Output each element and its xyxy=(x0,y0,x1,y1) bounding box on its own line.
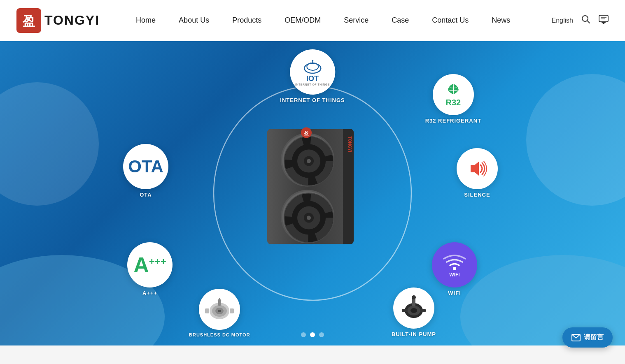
logo-text: TONGYI xyxy=(44,13,100,28)
svg-text:盈: 盈 xyxy=(22,14,35,28)
svg-rect-34 xyxy=(402,309,408,312)
pump-icon xyxy=(399,295,428,321)
node-ota: OTA OTA xyxy=(123,144,168,198)
unit-logo: 盈 xyxy=(300,127,312,139)
header-right: English xyxy=(552,15,609,26)
slide-dot-0[interactable] xyxy=(301,332,306,337)
svg-point-32 xyxy=(412,295,416,299)
node-motor: BRUSHLESS DC MOTOR xyxy=(189,289,250,337)
motor-feature-label: BRUSHLESS DC MOTOR xyxy=(189,332,250,337)
unit-brand-text: TONGYI xyxy=(347,137,352,152)
svg-rect-33 xyxy=(420,309,426,312)
nav-case[interactable]: Case xyxy=(380,12,420,29)
svg-point-27 xyxy=(453,267,456,270)
fan-top xyxy=(281,133,334,187)
wifi-feature-label: WIFI xyxy=(448,290,461,296)
svg-rect-41 xyxy=(205,308,209,313)
ota-feature-label: OTA xyxy=(140,192,152,198)
node-wifi: WIFI WIFI xyxy=(432,242,477,296)
svg-point-30 xyxy=(410,308,417,313)
unit-side-panel: TONGYI xyxy=(343,129,354,244)
node-silence: SILENCE xyxy=(457,148,498,198)
logo-icon: 盈 xyxy=(16,8,41,33)
nav-news[interactable]: News xyxy=(480,12,522,29)
fan-bottom xyxy=(281,190,334,243)
appp-text: A+++ xyxy=(133,254,166,276)
header: 盈 TONGYI Home About Us Products OEM/ODM … xyxy=(0,0,625,41)
r32-text: R32 xyxy=(445,98,461,107)
svg-marker-40 xyxy=(217,298,222,301)
r32-leaf-icon xyxy=(445,82,462,97)
appp-feature-label: A+++ xyxy=(142,290,157,296)
nav-about[interactable]: About Us xyxy=(167,12,221,29)
wifi-text-label: WIFI xyxy=(449,272,459,278)
iot-label: IOT xyxy=(306,75,319,82)
bg-deco-circle-left xyxy=(0,82,99,206)
svg-rect-42 xyxy=(230,308,234,313)
iot-sublabel: INTERNET OF THINGS xyxy=(295,83,330,86)
search-button[interactable] xyxy=(581,15,590,26)
ota-text: OTA xyxy=(128,157,163,176)
svg-point-20 xyxy=(304,63,321,73)
nav-products[interactable]: Products xyxy=(221,12,273,29)
silence-feature-label: SILENCE xyxy=(464,192,490,198)
svg-point-25 xyxy=(312,60,313,62)
svg-point-38 xyxy=(218,310,221,312)
svg-rect-4 xyxy=(599,15,608,22)
silence-speaker-icon xyxy=(466,158,489,179)
wifi-icon xyxy=(442,252,467,270)
main-nav: Home About Us Products OEM/ODM Service C… xyxy=(124,12,551,29)
svg-text:盈: 盈 xyxy=(303,130,309,136)
svg-point-21 xyxy=(307,63,318,70)
slide-dot-1[interactable] xyxy=(310,332,315,337)
node-pump: BUILT-IN PUMP xyxy=(392,287,436,337)
search-icon xyxy=(581,15,590,24)
svg-point-12 xyxy=(307,159,311,163)
slide-dot-2[interactable] xyxy=(319,332,324,337)
nav-home[interactable]: Home xyxy=(124,12,167,29)
svg-line-3 xyxy=(588,21,590,23)
node-iot: IOT INTERNET OF THINGS INTERNET OF THING… xyxy=(280,49,345,103)
node-appp: A+++ A+++ xyxy=(127,242,173,296)
nav-contact[interactable]: Contact Us xyxy=(420,12,480,29)
r32-feature-label: R32 REFRIGERANT xyxy=(425,118,481,124)
hero-banner: TONGYI 盈 IOT xyxy=(0,41,625,345)
svg-point-17 xyxy=(307,216,311,220)
nav-service[interactable]: Service xyxy=(332,12,380,29)
node-r32: R32 R32 REFRIGERANT xyxy=(425,74,481,124)
iot-feature-label: INTERNET OF THINGS xyxy=(280,97,345,103)
feature-diagram: TONGYI 盈 IOT xyxy=(156,58,469,329)
logo[interactable]: 盈 TONGYI xyxy=(16,8,100,33)
chat-button[interactable] xyxy=(599,15,609,26)
chat-icon xyxy=(599,15,609,24)
iot-cloud-icon xyxy=(303,58,322,74)
motor-icon xyxy=(205,296,234,322)
slide-indicators xyxy=(301,332,324,337)
bg-deco-circle-right xyxy=(526,74,625,206)
float-btn-label: 请留言 xyxy=(584,333,604,342)
product-image: TONGYI 盈 xyxy=(263,125,362,257)
pump-feature-label: BUILT-IN PUMP xyxy=(392,331,436,337)
language-selector[interactable]: English xyxy=(552,17,573,24)
nav-oemodm[interactable]: OEM/ODM xyxy=(273,12,332,29)
mail-icon xyxy=(571,334,581,341)
float-message-button[interactable]: 请留言 xyxy=(562,327,613,345)
svg-marker-26 xyxy=(471,162,479,176)
